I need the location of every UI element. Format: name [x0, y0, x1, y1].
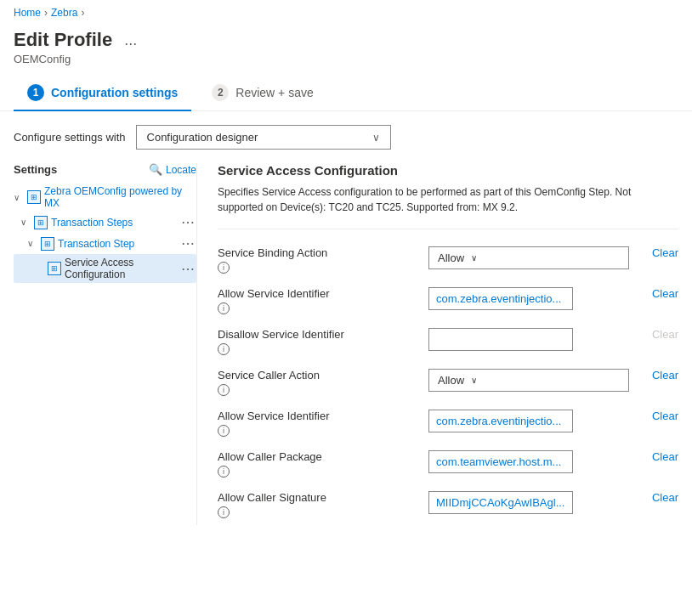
clear-button-4[interactable]: Clear — [652, 410, 678, 422]
service-caller-action-dropdown[interactable]: Allow ∨ — [428, 369, 629, 392]
tab2-label: Review + save — [235, 86, 313, 99]
info-icon-6[interactable]: i — [218, 506, 230, 518]
tab-review-save[interactable]: 2 Review + save — [198, 76, 326, 111]
setting-row-service-caller-action: Service Caller Action i Allow ∨ Clear — [218, 362, 678, 403]
allow-caller-package-input[interactable] — [428, 450, 573, 473]
main-content: Settings 🔍 Locate ∨ ⊞ Zebra OEMConfig po… — [0, 163, 692, 525]
tab-configuration-settings[interactable]: 1 Configuration settings — [14, 76, 191, 111]
page-subtitle: OEMConfig — [14, 53, 678, 65]
tree-node-icon-2: ⊞ — [34, 216, 48, 229]
page-title: Edit Profile — [14, 29, 112, 51]
page-header: Edit Profile ... OEMConfig — [0, 25, 692, 76]
configure-value: Configuration designer — [147, 131, 258, 144]
tree-item-zebra-oemconfig[interactable]: ∨ ⊞ Zebra OEMConfig powered by MX — [14, 183, 196, 212]
setting-label-1: Allow Service Identifier — [218, 287, 422, 300]
detail-title: Service Access Configuration — [218, 163, 678, 178]
breadcrumb-home[interactable]: Home — [14, 7, 41, 19]
dropdown-chevron-icon-0: ∨ — [471, 253, 477, 263]
chevron-down-icon: ∨ — [14, 193, 24, 202]
tree-item-transaction-step[interactable]: ∨ ⊞ Transaction Step ⋯ — [14, 233, 196, 254]
clear-button-1[interactable]: Clear — [652, 287, 678, 300]
configure-label: Configure settings with — [14, 131, 126, 144]
allow-service-id-input-2[interactable] — [428, 410, 573, 432]
more-options-icon-3[interactable]: ⋯ — [179, 261, 196, 277]
clear-button-6[interactable]: Clear — [652, 491, 678, 504]
locate-label: Locate — [166, 164, 196, 176]
detail-panel: Service Access Configuration Specifies S… — [196, 163, 678, 525]
disallow-service-id-input[interactable] — [428, 328, 573, 351]
more-options-icon[interactable]: ⋯ — [179, 214, 196, 230]
setting-row-allow-service-id-1: Allow Service Identifier i Clear — [218, 280, 678, 321]
info-icon-3[interactable]: i — [218, 384, 230, 396]
tree-node-icon-4: ⊞ — [48, 262, 61, 275]
dropdown-chevron-icon-3: ∨ — [471, 376, 477, 385]
divider — [218, 229, 678, 229]
setting-row-allow-caller-package: Allow Caller Package i Clear — [218, 444, 678, 484]
setting-label-5: Allow Caller Package — [218, 450, 422, 463]
info-icon-1[interactable]: i — [218, 302, 230, 314]
tab1-number: 1 — [27, 84, 44, 101]
setting-label-0: Service Binding Action — [218, 246, 422, 259]
clear-button-0[interactable]: Clear — [652, 246, 678, 259]
chevron-down-icon-2: ∨ — [20, 218, 31, 227]
configure-row: Configure settings with Configuration de… — [0, 125, 692, 163]
setting-label-2: Disallow Service Identifier — [218, 328, 422, 341]
configure-chevron-icon: ∨ — [372, 132, 380, 144]
breadcrumb-zebra[interactable]: Zebra — [51, 7, 77, 19]
sidebar: Settings 🔍 Locate ∨ ⊞ Zebra OEMConfig po… — [14, 163, 196, 525]
tree-label-zebra: Zebra OEMConfig powered by MX — [44, 185, 196, 209]
info-icon-2[interactable]: i — [218, 343, 230, 355]
setting-label-4: Allow Service Identifier — [218, 410, 422, 422]
info-icon-4[interactable]: i — [218, 425, 230, 437]
setting-label-3: Service Caller Action — [218, 369, 422, 381]
setting-row-allow-service-id-2: Allow Service Identifier i Clear — [218, 403, 678, 444]
service-binding-action-dropdown[interactable]: Allow ∨ — [428, 246, 629, 269]
setting-label-6: Allow Caller Signature — [218, 491, 422, 504]
header-more-button[interactable]: ... — [119, 30, 142, 51]
clear-button-3[interactable]: Clear — [652, 369, 678, 381]
setting-row-service-binding-action: Service Binding Action i Allow ∨ Clear — [218, 240, 678, 280]
tree-label-transaction-step: Transaction Step — [58, 238, 176, 250]
setting-row-disallow-service-id: Disallow Service Identifier i Clear — [218, 321, 678, 362]
allow-caller-signature-input[interactable] — [428, 491, 573, 514]
tree-label-service-access: Service Access Configuration — [65, 257, 176, 280]
allow-service-id-input-1[interactable] — [428, 287, 573, 310]
tree-label-transaction-steps: Transaction Steps — [51, 217, 176, 229]
dropdown-value-0: Allow — [438, 251, 464, 264]
clear-button-2: Clear — [652, 328, 678, 341]
tree-item-transaction-steps[interactable]: ∨ ⊞ Transaction Steps ⋯ — [14, 212, 196, 233]
detail-description: Specifies Service Access configuration t… — [218, 184, 660, 215]
tree-item-service-access[interactable]: ⊞ Service Access Configuration ⋯ — [14, 254, 196, 283]
info-icon-0[interactable]: i — [218, 262, 230, 274]
search-icon: 🔍 — [149, 163, 162, 176]
chevron-down-icon-3: ∨ — [27, 239, 37, 248]
info-icon-5[interactable]: i — [218, 466, 230, 478]
more-options-icon-2[interactable]: ⋯ — [179, 235, 196, 251]
tabs-row: 1 Configuration settings 2 Review + save — [0, 76, 692, 111]
tree-node-icon-3: ⊞ — [41, 237, 54, 251]
setting-row-allow-caller-signature: Allow Caller Signature i Clear — [218, 484, 678, 525]
clear-button-5[interactable]: Clear — [652, 450, 678, 463]
sidebar-title: Settings — [14, 163, 57, 176]
breadcrumb-sep1: › — [44, 7, 48, 19]
dropdown-value-3: Allow — [438, 374, 464, 387]
tree-node-icon: ⊞ — [27, 190, 41, 204]
configure-select[interactable]: Configuration designer ∨ — [136, 125, 391, 150]
locate-button[interactable]: 🔍 Locate — [149, 163, 196, 176]
sidebar-header: Settings 🔍 Locate — [14, 163, 196, 176]
breadcrumb: Home › Zebra › — [0, 0, 692, 25]
breadcrumb-sep2: › — [81, 7, 84, 19]
tab2-number: 2 — [212, 84, 229, 101]
tab1-label: Configuration settings — [51, 86, 178, 99]
